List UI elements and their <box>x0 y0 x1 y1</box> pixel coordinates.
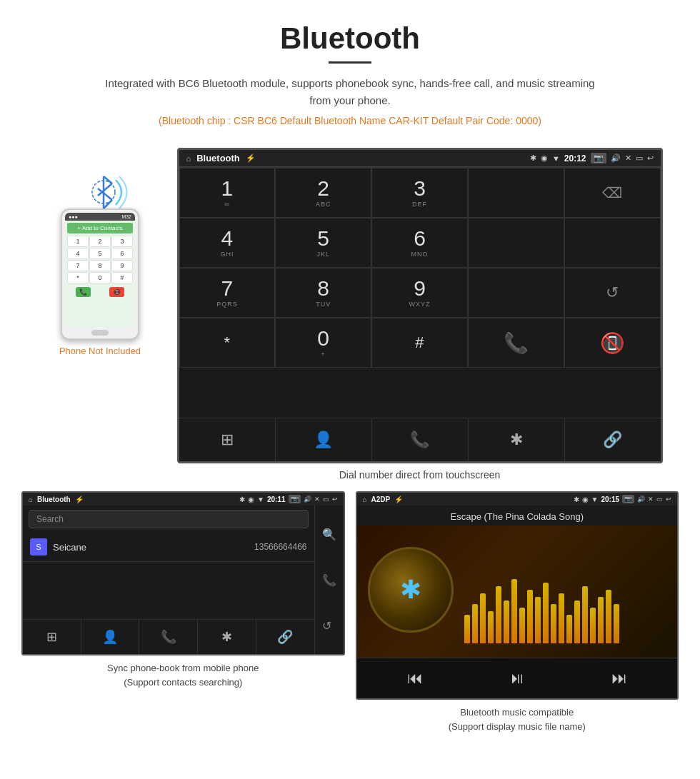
pb-back-btn[interactable]: ↩ <box>332 496 338 503</box>
pb-bn-contacts[interactable]: 👤 <box>81 620 140 654</box>
dp-key-9[interactable]: 9WXYZ <box>371 268 468 318</box>
time-display: 20:12 <box>564 154 586 164</box>
dp-redial[interactable]: ↺ <box>564 268 661 318</box>
dp-backspace[interactable]: ⌫ <box>564 168 661 218</box>
bottom-panels: ⌂ Bluetooth ⚡ ✱ ◉ ▼ 20:11 📷 🔊 ✕ ▭ ↩ <box>0 491 700 748</box>
music-back-btn[interactable]: ↩ <box>666 496 671 503</box>
dp-empty-1 <box>468 168 564 218</box>
pb-screen-btn[interactable]: ▭ <box>323 496 329 503</box>
home-icon[interactable]: ⌂ <box>186 154 191 163</box>
page-title: Bluetooth <box>14 21 686 56</box>
pb-main-area: Search S Seicane 13566664466 ⊞ 👤 📞 ✱ 🔗 <box>23 506 314 654</box>
music-vol-btn[interactable]: 🔊 <box>637 496 645 503</box>
phone-key-hash[interactable]: # <box>111 272 133 283</box>
dp-call-btn[interactable]: 📞 <box>468 318 564 368</box>
bn-contacts[interactable]: 👤 <box>276 418 372 461</box>
music-screen-container: ⌂ A2DP ⚡ ✱ ◉ ▼ 20:15 📷 🔊 ✕ ▭ ↩ Escape (T… <box>356 491 679 700</box>
phone-screen: ●●●M32 + Add to Contacts 1 2 3 4 5 6 7 8… <box>65 213 135 327</box>
music-cam-btn[interactable]: 📷 <box>622 495 634 503</box>
eq-bar <box>614 604 619 643</box>
phone-key-3[interactable]: 3 <box>111 236 133 247</box>
eq-bar <box>480 593 486 643</box>
phone-key-0[interactable]: 0 <box>89 272 111 283</box>
music-home-icon[interactable]: ⌂ <box>363 496 367 503</box>
prev-btn[interactable]: ⏮ <box>404 665 426 691</box>
eq-bar <box>559 593 564 643</box>
eq-bar <box>566 615 572 643</box>
music-loc-icon: ◉ <box>582 496 589 503</box>
contact-letter: S <box>30 538 47 556</box>
dp-key-6[interactable]: 6MNO <box>371 218 468 268</box>
pb-bn-bt[interactable]: ✱ <box>198 620 256 654</box>
pb-call-icon[interactable]: 📞 <box>319 570 340 590</box>
dp-key-1[interactable]: 1∞ <box>179 168 276 218</box>
phone-key-9[interactable]: 9 <box>111 260 133 271</box>
dp-key-2[interactable]: 2ABC <box>275 168 371 218</box>
contact-name: Seicane <box>53 542 254 553</box>
dp-hangup-btn[interactable]: 📵 <box>564 318 661 368</box>
dp-key-3[interactable]: 3DEF <box>371 168 468 218</box>
phone-key-1[interactable]: 1 <box>67 236 89 247</box>
volume-icon[interactable]: 🔊 <box>611 154 621 163</box>
phone-key-2[interactable]: 2 <box>89 236 111 247</box>
phone-key-star[interactable]: * <box>67 272 89 283</box>
bn-phone[interactable]: 📞 <box>372 418 469 461</box>
phone-key-8[interactable]: 8 <box>89 260 111 271</box>
dp-key-0[interactable]: 0+ <box>275 318 371 368</box>
pb-bn-phone[interactable]: 📞 <box>139 620 198 654</box>
eq-bar <box>519 608 525 643</box>
pb-close-btn[interactable]: ✕ <box>314 496 320 503</box>
phone-dialpad: 1 2 3 4 5 6 7 8 9 * 0 # <box>67 236 133 283</box>
music-screen-btn[interactable]: ▭ <box>656 496 663 503</box>
signal-icon: ▼ <box>552 154 560 163</box>
pb-vol-btn[interactable]: 🔊 <box>304 496 311 503</box>
song-title: Escape (The Pina Colada Song) <box>357 506 678 526</box>
music-close-btn[interactable]: ✕ <box>648 496 654 503</box>
subtitle: Integrated with BC6 Bluetooth module, su… <box>100 75 600 109</box>
screen-btn[interactable]: ▭ <box>636 154 643 163</box>
pb-cam-btn[interactable]: 📷 <box>289 495 301 503</box>
camera-btn[interactable]: 📷 <box>591 153 606 164</box>
dp-key-4[interactable]: 4GHI <box>179 218 276 268</box>
hu-title: Bluetooth <box>196 153 240 164</box>
dp-key-8[interactable]: 8TUV <box>275 268 371 318</box>
pb-search-icon[interactable]: 🔍 <box>319 524 340 545</box>
phone-key-5[interactable]: 5 <box>89 248 111 259</box>
phone-call-btn[interactable]: 📞 <box>76 287 91 297</box>
phone-home-btn[interactable] <box>91 330 109 336</box>
phone-key-4[interactable]: 4 <box>67 248 89 259</box>
pb-bn-link[interactable]: 🔗 <box>256 620 314 654</box>
pb-bt-icon: ✱ <box>239 496 245 503</box>
pb-home-icon[interactable]: ⌂ <box>29 496 33 503</box>
bn-bluetooth[interactable]: ✱ <box>469 418 565 461</box>
eq-bar <box>574 600 580 643</box>
phone-end-btn[interactable]: 📵 <box>109 287 124 297</box>
close-btn[interactable]: ✕ <box>625 154 631 163</box>
pb-right-sidebar: 🔍 📞 ↺ <box>314 506 344 654</box>
bn-apps[interactable]: ⊞ <box>179 418 276 461</box>
dp-key-star[interactable]: * <box>179 318 276 368</box>
back-btn[interactable]: ↩ <box>647 154 654 163</box>
contact-row[interactable]: S Seicane 13566664466 <box>23 533 314 562</box>
pb-refresh-icon[interactable]: ↺ <box>319 615 340 636</box>
music-time: 20:15 <box>601 496 619 503</box>
pb-search-input[interactable]: Search <box>29 510 309 528</box>
music-eq <box>464 526 678 658</box>
dp-key-5[interactable]: 5JKL <box>275 218 371 268</box>
dp-empty-3 <box>564 218 661 268</box>
dp-key-hash[interactable]: # <box>371 318 468 368</box>
pb-bn-apps[interactable]: ⊞ <box>23 620 81 654</box>
dp-key-7[interactable]: 7PQRS <box>179 268 276 318</box>
phone-contacts-btn[interactable]: + Add to Contacts <box>67 223 133 233</box>
eq-bar <box>598 597 604 643</box>
bn-link[interactable]: 🔗 <box>565 418 661 461</box>
pb-time: 20:11 <box>267 496 286 503</box>
eq-bar <box>464 615 470 643</box>
album-bt-icon: ✱ <box>400 575 421 605</box>
phone-key-6[interactable]: 6 <box>111 248 133 259</box>
album-art: ✱ <box>368 547 454 633</box>
play-pause-btn[interactable]: ⏯ <box>506 665 529 691</box>
next-btn[interactable]: ⏭ <box>608 665 631 691</box>
eq-bar <box>582 586 588 643</box>
phone-key-7[interactable]: 7 <box>67 260 89 271</box>
